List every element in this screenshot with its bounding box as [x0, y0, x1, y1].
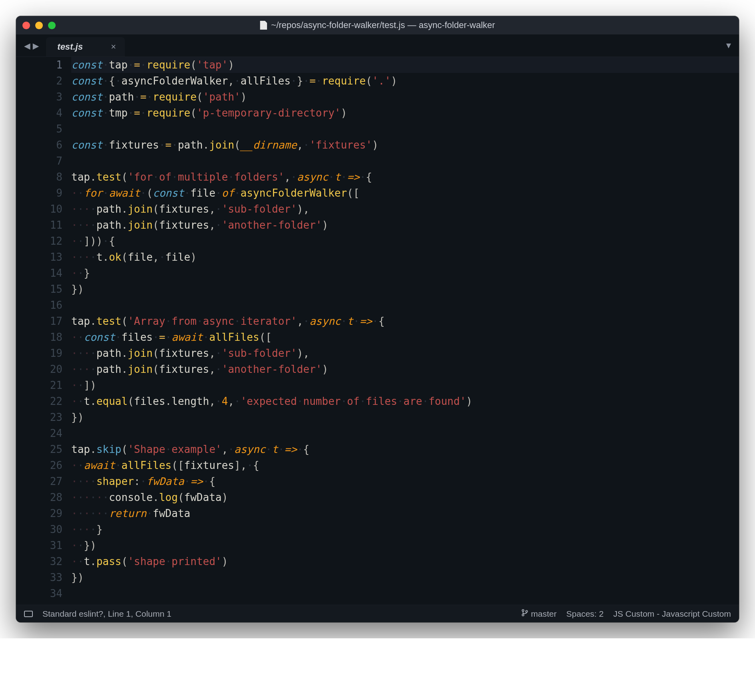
- line-number[interactable]: 20: [16, 361, 62, 377]
- line-number-gutter[interactable]: 1234567891011121314151617181920212223242…: [16, 57, 71, 601]
- code-line[interactable]: tap.test('Array·from·async·iterator',·as…: [71, 313, 739, 329]
- line-number[interactable]: 25: [16, 441, 62, 457]
- line-number[interactable]: 14: [16, 265, 62, 281]
- code-line[interactable]: }): [71, 281, 739, 297]
- line-number[interactable]: 21: [16, 377, 62, 393]
- status-spaces[interactable]: Spaces: 2: [566, 609, 604, 619]
- code-line[interactable]: }): [71, 569, 739, 585]
- line-number[interactable]: 3: [16, 89, 62, 105]
- code-line[interactable]: const·path·=·require('path'): [71, 89, 739, 105]
- code-line[interactable]: [71, 153, 739, 169]
- traffic-lights: [22, 22, 56, 29]
- tab-bar[interactable]: ◀ ▶ test.js × ▼: [16, 34, 739, 57]
- code-content[interactable]: const·tap·=·require('tap')const·{·asyncF…: [71, 57, 739, 601]
- code-line[interactable]: tap.skip('Shape·example',·async·t·=>·{: [71, 441, 739, 457]
- line-number[interactable]: 1: [16, 57, 62, 73]
- status-bar[interactable]: Standard eslint?, Line 1, Column 1 maste…: [16, 605, 739, 622]
- line-number[interactable]: 4: [16, 105, 62, 121]
- line-number[interactable]: 10: [16, 201, 62, 217]
- nav-back-icon[interactable]: ◀: [24, 40, 30, 51]
- status-branch[interactable]: master: [521, 609, 556, 619]
- line-number[interactable]: 8: [16, 169, 62, 185]
- line-number[interactable]: 15: [16, 281, 62, 297]
- code-line[interactable]: ··}): [71, 537, 739, 553]
- code-line[interactable]: ······return·fwData: [71, 505, 739, 521]
- code-line[interactable]: [71, 585, 739, 601]
- tab-overflow-icon[interactable]: ▼: [726, 40, 731, 50]
- code-line[interactable]: [71, 121, 739, 137]
- editor-area[interactable]: 1234567891011121314151617181920212223242…: [16, 57, 739, 605]
- svg-point-2: [526, 610, 528, 612]
- line-number[interactable]: 33: [16, 569, 62, 585]
- code-line[interactable]: ····path.join(fixtures,·'sub-folder'),: [71, 345, 739, 361]
- line-number[interactable]: 2: [16, 73, 62, 89]
- line-number[interactable]: 16: [16, 297, 62, 313]
- code-line[interactable]: ··]))·{: [71, 233, 739, 249]
- window-title: ~/repos/async-folder-walker/test.js — as…: [260, 20, 495, 30]
- line-number[interactable]: 13: [16, 249, 62, 265]
- code-line[interactable]: ····shaper:·fwData·=>·{: [71, 473, 739, 489]
- line-number[interactable]: 28: [16, 489, 62, 505]
- status-left[interactable]: Standard eslint?, Line 1, Column 1: [42, 609, 171, 619]
- code-line[interactable]: ····}: [71, 521, 739, 537]
- nav-arrows: ◀ ▶: [24, 40, 39, 51]
- line-number[interactable]: 29: [16, 505, 62, 521]
- line-number[interactable]: 6: [16, 137, 62, 153]
- line-number[interactable]: 27: [16, 473, 62, 489]
- code-line[interactable]: ····path.join(fixtures,·'another-folder'…: [71, 361, 739, 377]
- code-line[interactable]: tap.test('for·of·multiple·folders',·asyn…: [71, 169, 739, 185]
- line-number[interactable]: 12: [16, 233, 62, 249]
- code-line[interactable]: ··t.equal(files.length,·4,·'expected·num…: [71, 393, 739, 409]
- line-number[interactable]: 23: [16, 409, 62, 425]
- code-line[interactable]: ····path.join(fixtures,·'another-folder'…: [71, 217, 739, 233]
- line-number[interactable]: 5: [16, 121, 62, 137]
- code-line[interactable]: [71, 297, 739, 313]
- code-line[interactable]: ··]): [71, 377, 739, 393]
- git-branch-icon: [521, 609, 528, 619]
- code-line[interactable]: const·fixtures·=·path.join(__dirname,·'f…: [71, 137, 739, 153]
- code-line[interactable]: ··for·await·(const·file·of·asyncFolderWa…: [71, 185, 739, 201]
- window-title-text: ~/repos/async-folder-walker/test.js — as…: [271, 20, 495, 30]
- code-line[interactable]: }): [71, 409, 739, 425]
- branch-name: master: [531, 609, 556, 618]
- code-line[interactable]: ······console.log(fwData): [71, 489, 739, 505]
- tab-testjs[interactable]: test.js ×: [46, 37, 124, 56]
- tab-close-icon[interactable]: ×: [111, 42, 116, 52]
- code-line[interactable]: ····t.ok(file,·file): [71, 249, 739, 265]
- line-number[interactable]: 31: [16, 537, 62, 553]
- code-line[interactable]: const·{·asyncFolderWalker,·allFiles·}·=·…: [71, 73, 739, 89]
- status-syntax[interactable]: JS Custom - Javascript Custom: [613, 609, 731, 619]
- line-number[interactable]: 19: [16, 345, 62, 361]
- line-number[interactable]: 11: [16, 217, 62, 233]
- line-number[interactable]: 18: [16, 329, 62, 345]
- code-line[interactable]: ··t.pass('shape·printed'): [71, 553, 739, 569]
- line-number[interactable]: 34: [16, 585, 62, 601]
- file-icon: [260, 21, 267, 30]
- line-number[interactable]: 9: [16, 185, 62, 201]
- code-line[interactable]: ··const·files·=·await·allFiles([: [71, 329, 739, 345]
- line-number[interactable]: 7: [16, 153, 62, 169]
- line-number[interactable]: 26: [16, 457, 62, 473]
- code-line[interactable]: ····path.join(fixtures,·'sub-folder'),: [71, 201, 739, 217]
- titlebar[interactable]: ~/repos/async-folder-walker/test.js — as…: [16, 16, 739, 34]
- line-number[interactable]: 30: [16, 521, 62, 537]
- editor-window: ~/repos/async-folder-walker/test.js — as…: [16, 16, 739, 622]
- code-line[interactable]: const·tmp·=·require('p-temporary-directo…: [71, 105, 739, 121]
- code-line[interactable]: ··}: [71, 265, 739, 281]
- code-line[interactable]: const·tap·=·require('tap'): [71, 57, 739, 73]
- close-window-button[interactable]: [22, 22, 30, 29]
- line-number[interactable]: 22: [16, 393, 62, 409]
- maximize-window-button[interactable]: [48, 22, 56, 29]
- svg-point-0: [522, 609, 524, 611]
- nav-forward-icon[interactable]: ▶: [33, 40, 39, 51]
- code-line[interactable]: ··await·allFiles([fixtures],·{: [71, 457, 739, 473]
- line-number[interactable]: 24: [16, 425, 62, 441]
- line-number[interactable]: 17: [16, 313, 62, 329]
- minimize-window-button[interactable]: [35, 22, 43, 29]
- code-line[interactable]: [71, 425, 739, 441]
- line-number[interactable]: 32: [16, 553, 62, 569]
- tab-label: test.js: [57, 42, 83, 52]
- panel-icon[interactable]: [24, 611, 33, 617]
- svg-point-1: [522, 614, 524, 616]
